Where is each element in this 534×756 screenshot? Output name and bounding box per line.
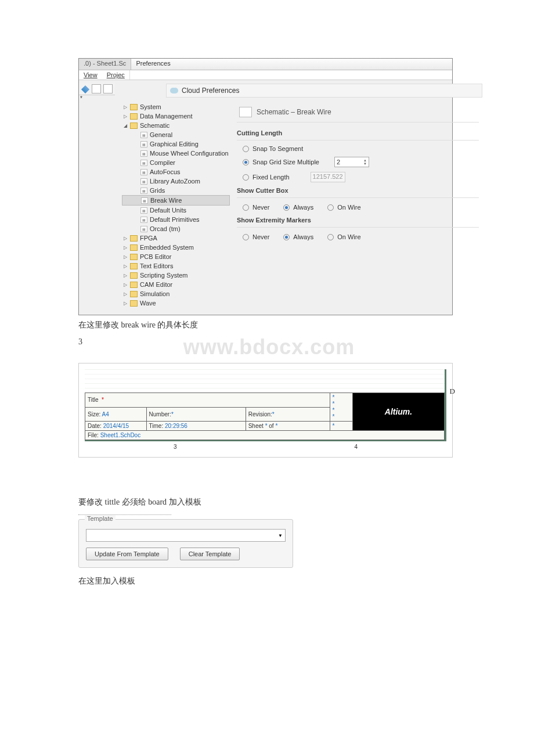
chevron-down-icon: ▼: [278, 533, 283, 538]
doc-icon: ▦: [140, 178, 147, 185]
page-number: 3: [78, 335, 82, 349]
doc-icon: ▦: [140, 188, 147, 194]
folder-icon: [130, 123, 138, 129]
folder-icon: [130, 235, 138, 242]
clear-template-button[interactable]: Clear Template: [180, 548, 240, 560]
radio-ext-always[interactable]: [283, 234, 290, 240]
radio-snap-grid[interactable]: [243, 159, 249, 165]
altium-logo: Altium.: [385, 407, 412, 416]
cloud-label: Cloud Preferences: [182, 87, 239, 95]
doc-icon: ▦: [140, 226, 147, 232]
tree-item-break-wire[interactable]: ▦Break Wire: [122, 195, 230, 206]
doc-icon: ▦: [140, 141, 147, 147]
folder-icon: [130, 300, 138, 307]
cloud-preferences-bar[interactable]: Cloud Preferences: [166, 84, 482, 98]
annotation-break-wire: 在这里修改 break wire 的具体长度: [78, 315, 456, 337]
radio-cutter-never[interactable]: [243, 204, 249, 211]
menu-view[interactable]: View: [79, 70, 102, 80]
radio-snap-segment[interactable]: [243, 146, 249, 152]
update-from-template-button[interactable]: Update From Template: [86, 548, 168, 560]
footer-col-4: 4: [266, 442, 447, 451]
spinner-icon[interactable]: ▲▼: [363, 159, 367, 165]
cloud-icon: [170, 88, 178, 93]
modified-marker: *: [79, 95, 115, 102]
radio-ext-never[interactable]: [243, 234, 249, 240]
folder-icon: [130, 263, 138, 269]
menu-bar: View Projec: [79, 70, 452, 80]
folder-icon: [130, 104, 138, 110]
folder-icon: [130, 282, 138, 288]
template-legend: Template: [85, 515, 116, 522]
settings-panel: Schematic – Break Wire Cutting Length Sn…: [230, 100, 486, 310]
folder-icon: [130, 254, 138, 260]
folder-icon: [130, 113, 138, 120]
doc-icon: ▦: [140, 207, 147, 214]
preferences-window: .0) - Sheet1.Sc Preferences View Projec …: [78, 58, 453, 315]
doc-icon: ▦: [140, 132, 147, 138]
section-cutter-box: Show Cutter Box: [237, 185, 479, 198]
toolbar-btn-2[interactable]: [103, 84, 113, 93]
radio-ext-onwire[interactable]: [327, 234, 334, 240]
watermark-text: www.bdocx.com: [78, 335, 456, 359]
titlebar: .0) - Sheet1.Sc Preferences: [79, 59, 452, 70]
schematic-title-block: D Title * * * * * Altium. Size: A4: [78, 363, 453, 458]
doc-icon: ▦: [141, 197, 148, 204]
section-extremity: Show Extremity Markers: [237, 214, 479, 228]
menu-project[interactable]: Projec: [102, 70, 130, 80]
template-dropdown[interactable]: ▼: [86, 529, 286, 542]
schematic-icon: [239, 107, 252, 117]
toolbar-btn-1[interactable]: [92, 84, 101, 93]
background-tab[interactable]: .0) - Sheet1.Sc: [79, 59, 131, 70]
grid-multiple-input[interactable]: 2 ▲▼: [334, 157, 369, 167]
radio-cutter-onwire[interactable]: [327, 204, 334, 211]
folder-icon: [130, 272, 138, 279]
doc-icon: ▦: [140, 150, 147, 157]
settings-title: Schematic – Break Wire: [257, 108, 331, 116]
doc-icon: ▦: [140, 169, 147, 175]
annotation-template: 在这里加入模板: [78, 568, 456, 593]
grid-d-marker: D: [450, 387, 455, 396]
footer-col-3: 3: [85, 442, 266, 451]
diamond-icon[interactable]: [81, 85, 89, 93]
folder-icon: [130, 244, 138, 251]
window-title: Preferences: [131, 59, 452, 70]
left-gutter: *: [79, 80, 115, 315]
annotation-title: 要修改 tittle 必须给 board 加入模板: [78, 492, 456, 514]
folder-icon: [130, 291, 138, 297]
section-cutting-length: Cutting Length: [237, 127, 479, 141]
doc-icon: ▦: [140, 160, 147, 166]
template-groupbox: Template ▼ Update From Template Clear Te…: [78, 519, 293, 568]
preferences-tree[interactable]: ▷System ▷Data Management ◢Schematic ▦Gen…: [120, 100, 230, 310]
fixed-length-value: 12157.522: [311, 172, 345, 182]
radio-fixed-length[interactable]: [243, 174, 249, 181]
doc-icon: ▦: [140, 217, 147, 223]
radio-cutter-always[interactable]: [283, 204, 290, 211]
